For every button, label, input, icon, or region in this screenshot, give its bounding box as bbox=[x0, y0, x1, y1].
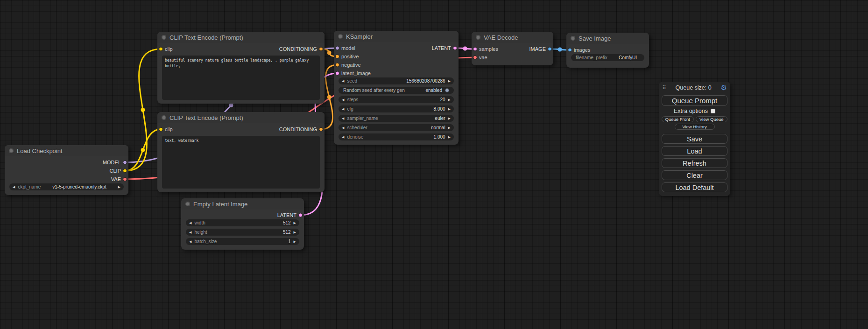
extra-options-checkbox[interactable] bbox=[711, 109, 715, 113]
widget-denoise[interactable]: ◀ denoise 1.000 ▶ bbox=[339, 133, 454, 140]
prev-arrow-icon[interactable]: ◀ bbox=[342, 135, 344, 139]
output-label-latent: LATENT bbox=[432, 45, 451, 51]
widget-width[interactable]: ◀ width 512 ▶ bbox=[186, 219, 299, 226]
widget-value: enabled bbox=[425, 88, 442, 93]
positive-prompt-textarea[interactable]: beautiful scenery nature glass bottle la… bbox=[162, 56, 320, 100]
port-clip-output[interactable] bbox=[123, 169, 127, 173]
collapse-dot[interactable] bbox=[162, 35, 166, 40]
next-arrow-icon[interactable]: ▶ bbox=[448, 135, 451, 139]
port-vae-input[interactable] bbox=[473, 56, 477, 60]
widget-seed[interactable]: ◀ seed 156680208700286 ▶ bbox=[339, 77, 454, 84]
port-latent-output[interactable] bbox=[298, 213, 303, 217]
next-arrow-icon[interactable]: ▶ bbox=[294, 221, 296, 224]
collapse-dot[interactable] bbox=[338, 34, 343, 39]
view-history-button[interactable]: View History bbox=[675, 124, 715, 130]
widget-filename-prefix[interactable]: filename_prefix ComfyUI bbox=[571, 54, 644, 61]
prev-arrow-icon[interactable]: ◀ bbox=[342, 126, 344, 129]
node-empty-latent-image[interactable]: Empty Latent Image LATENT ◀ width 512 ▶ … bbox=[181, 198, 304, 250]
prev-arrow-icon[interactable]: ◀ bbox=[342, 98, 344, 101]
prev-arrow-icon[interactable]: ◀ bbox=[342, 117, 344, 120]
io-row: LATENT bbox=[181, 211, 304, 219]
next-arrow-icon[interactable]: ▶ bbox=[448, 98, 451, 101]
widget-steps[interactable]: ◀ steps 20 ▶ bbox=[339, 96, 454, 103]
widget-list: ◀ ckpt_name v1-5-pruned-emaonly.ckpt ▶ bbox=[5, 183, 128, 190]
collapse-dot[interactable] bbox=[162, 115, 166, 120]
prev-arrow-icon[interactable]: ◀ bbox=[189, 221, 191, 224]
next-arrow-icon[interactable]: ▶ bbox=[448, 107, 451, 111]
queue-front-button[interactable]: Queue Front bbox=[662, 116, 694, 122]
collapse-dot[interactable] bbox=[185, 202, 190, 206]
toggle-knob-icon[interactable] bbox=[445, 88, 449, 92]
node-load-checkpoint[interactable]: Load Checkpoint MODEL CLIP VAE ◀ ckpt_na… bbox=[5, 145, 128, 195]
widget-cfg[interactable]: ◀ cfg 8.000 ▶ bbox=[339, 105, 454, 112]
node-save-image[interactable]: Save Image images filename_prefix ComfyU… bbox=[566, 33, 649, 68]
port-latent-image-input[interactable] bbox=[335, 71, 339, 76]
clear-button[interactable]: Clear bbox=[662, 170, 727, 180]
node-vae-decode[interactable]: VAE Decode samples IMAGE vae bbox=[472, 32, 553, 65]
load-button[interactable]: Load bbox=[662, 146, 727, 156]
save-button[interactable]: Save bbox=[662, 134, 727, 144]
collapse-dot[interactable] bbox=[476, 35, 480, 40]
next-arrow-icon[interactable]: ▶ bbox=[448, 117, 451, 120]
prev-arrow-icon[interactable]: ◀ bbox=[342, 107, 344, 111]
node-title-bar[interactable]: Load Checkpoint bbox=[5, 145, 128, 156]
drag-handle-icon[interactable]: ⠿ bbox=[662, 84, 666, 91]
port-conditioning-output[interactable] bbox=[319, 127, 323, 132]
next-arrow-icon[interactable]: ▶ bbox=[294, 240, 296, 243]
node-title-bar[interactable]: KSampler bbox=[334, 31, 459, 42]
prev-arrow-icon[interactable]: ◀ bbox=[189, 240, 191, 243]
port-image-output[interactable] bbox=[548, 47, 552, 51]
port-negative-input[interactable] bbox=[335, 63, 339, 67]
input-label-negative: negative bbox=[341, 62, 361, 68]
next-arrow-icon[interactable]: ▶ bbox=[448, 79, 451, 83]
widget-sampler-name[interactable]: ◀ sampler_name euler ▶ bbox=[339, 115, 454, 122]
next-arrow-icon[interactable]: ▶ bbox=[294, 231, 296, 234]
port-clip-input[interactable] bbox=[159, 127, 163, 132]
port-vae-output[interactable] bbox=[123, 177, 127, 182]
port-model-input[interactable] bbox=[335, 46, 339, 50]
port-positive-input[interactable] bbox=[335, 55, 339, 59]
queue-prompt-button[interactable]: Queue Prompt bbox=[662, 95, 727, 106]
port-conditioning-output[interactable] bbox=[319, 47, 323, 51]
view-queue-button[interactable]: View Queue bbox=[696, 116, 728, 122]
node-title-bar[interactable]: CLIP Text Encode (Prompt) bbox=[157, 112, 325, 123]
node-title-bar[interactable]: CLIP Text Encode (Prompt) bbox=[157, 32, 325, 43]
port-latent-output[interactable] bbox=[453, 46, 457, 50]
port-clip-input[interactable] bbox=[159, 47, 163, 51]
node-ksampler[interactable]: KSampler model LATENT positive negative … bbox=[334, 31, 459, 145]
widget-ckpt-name[interactable]: ◀ ckpt_name v1-5-pruned-emaonly.ckpt ▶ bbox=[9, 183, 124, 190]
widget-value: ComfyUI bbox=[619, 55, 637, 60]
refresh-button[interactable]: Refresh bbox=[662, 158, 727, 168]
node-graph-canvas[interactable]: Load Checkpoint MODEL CLIP VAE ◀ ckpt_na… bbox=[0, 0, 868, 329]
widget-value: 20 bbox=[440, 97, 445, 102]
widget-batch-size[interactable]: ◀ batch_size 1 ▶ bbox=[186, 238, 299, 245]
node-clip-text-encode-negative[interactable]: CLIP Text Encode (Prompt) clip CONDITION… bbox=[157, 112, 325, 192]
node-title-bar[interactable]: Empty Latent Image bbox=[181, 198, 304, 210]
port-model-output[interactable] bbox=[123, 161, 127, 165]
prev-arrow-icon[interactable]: ◀ bbox=[13, 185, 15, 189]
collapse-dot[interactable] bbox=[9, 148, 14, 153]
next-arrow-icon[interactable]: ▶ bbox=[448, 126, 451, 129]
node-title: Load Checkpoint bbox=[17, 147, 63, 154]
node-clip-text-encode-positive[interactable]: CLIP Text Encode (Prompt) clip CONDITION… bbox=[157, 32, 325, 104]
input-label-positive: positive bbox=[341, 54, 359, 59]
settings-gear-icon[interactable]: ⚙ bbox=[721, 84, 727, 92]
input-label-clip: clip bbox=[165, 126, 173, 132]
widget-list: filename_prefix ComfyUI bbox=[566, 54, 649, 61]
node-title-bar[interactable]: Save Image bbox=[566, 33, 649, 44]
link-midpoint-dot bbox=[327, 95, 332, 99]
next-arrow-icon[interactable]: ▶ bbox=[118, 185, 120, 189]
io-row: clip CONDITIONING bbox=[157, 125, 325, 133]
collapse-dot[interactable] bbox=[571, 36, 575, 41]
widget-random-seed-toggle[interactable]: Random seed after every gen enabled bbox=[339, 87, 454, 94]
widget-height[interactable]: ◀ height 512 ▶ bbox=[186, 229, 299, 236]
port-samples-input[interactable] bbox=[473, 47, 477, 51]
node-title-bar[interactable]: VAE Decode bbox=[472, 32, 553, 43]
widget-label: sampler_name bbox=[347, 116, 378, 121]
load-default-button[interactable]: Load Default bbox=[662, 182, 727, 192]
prev-arrow-icon[interactable]: ◀ bbox=[342, 79, 344, 83]
negative-prompt-textarea[interactable]: text, watermark bbox=[162, 136, 320, 189]
prev-arrow-icon[interactable]: ◀ bbox=[189, 231, 191, 234]
port-images-input[interactable] bbox=[568, 48, 572, 52]
widget-scheduler[interactable]: ◀ scheduler normal ▶ bbox=[339, 124, 454, 131]
